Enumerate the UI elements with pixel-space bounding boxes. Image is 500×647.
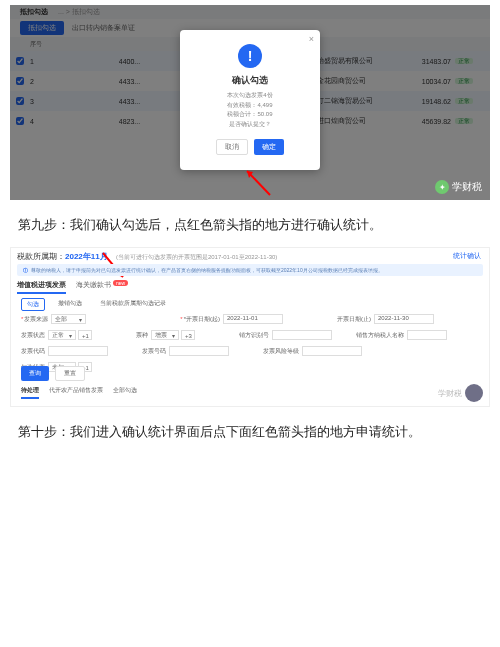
info-alert: ⓘ 尊敬的纳税人，请于申报前先对已勾选发票进行统计确认，在产品首页右侧的纳税服务… xyxy=(17,264,483,276)
caption-step10: 第十步：我们进入确认统计界面后点下面红色箭头指的地方申请统计。 xyxy=(18,422,482,442)
invoice-no-input[interactable] xyxy=(169,346,229,356)
reset-button[interactable]: 重置 xyxy=(55,366,85,381)
tax-period: 税款所属期：2022年11月 (当前可进行勾选发票的开票范围是2017-01-0… xyxy=(17,251,277,262)
tab-pending[interactable]: 待处理 xyxy=(21,386,39,399)
dialog-title: 确认勾选 xyxy=(180,74,320,87)
watermark: ✦ 学财税 xyxy=(435,180,482,194)
main-tabs: 增值税进项发票 海关缴款书new xyxy=(17,280,128,294)
invoice-source-select[interactable]: 全部▾ xyxy=(51,314,86,324)
filter-form: *发票来源全部▾ **开票日期(起)2022-11-01 开票日期(止)2022… xyxy=(21,314,479,378)
invoice-status-select[interactable]: 正常▾ xyxy=(48,330,76,340)
wechat-icon: ✦ xyxy=(435,180,449,194)
caption-step9: 第九步：我们确认勾选后，点红色箭头指的地方进行确认统计。 xyxy=(18,215,482,235)
stat-confirm-link[interactable]: 统计确认 xyxy=(453,251,481,261)
risk-level-input[interactable] xyxy=(302,346,362,356)
dialog-body: 本次勾选发票4份 有效税额：4,499 税额合计：50.09 是否确认提交？ xyxy=(180,91,320,129)
form-actions: 查询 重置 xyxy=(21,366,85,381)
avatar-icon xyxy=(465,384,483,402)
subtab-unselect[interactable]: 撤销勾选 xyxy=(53,298,87,311)
tab-all[interactable]: 全部勾选 xyxy=(113,386,137,399)
ok-button[interactable]: 确定 xyxy=(254,139,284,155)
confirm-dialog: × ! 确认勾选 本次勾选发票4份 有效税额：4,499 税额合计：50.09 … xyxy=(180,30,320,170)
ticket-type-select[interactable]: 增票▾ xyxy=(151,330,179,340)
subtab-records[interactable]: 当前税款所属期勾选记录 xyxy=(95,298,171,311)
date-from-input[interactable]: 2022-11-01 xyxy=(223,314,283,324)
close-icon[interactable]: × xyxy=(309,34,314,44)
cancel-button[interactable]: 取消 xyxy=(216,139,248,155)
invoice-code-input[interactable] xyxy=(48,346,108,356)
search-button[interactable]: 查询 xyxy=(21,366,49,381)
info-icon: ⓘ xyxy=(23,267,28,273)
dialog-actions: 取消 确定 xyxy=(180,139,320,155)
seller-id-input[interactable] xyxy=(272,330,332,340)
screenshot-step9: 抵扣勾选 ... > 抵扣勾选 抵扣勾选 出口转内销备案单证 序号 1 4400… xyxy=(10,5,490,200)
watermark: 学财税 xyxy=(438,384,483,402)
tab-agri[interactable]: 代开农产品销售发票 xyxy=(49,386,103,399)
bottom-tabs: 待处理 代开农产品销售发票 全部勾选 xyxy=(21,386,137,399)
sub-tabs: 勾选 撤销勾选 当前税款所属期勾选记录 xyxy=(21,298,171,311)
date-to-input[interactable]: 2022-11-30 xyxy=(374,314,434,324)
tab-vat-invoice[interactable]: 增值税进项发票 xyxy=(17,280,66,294)
screenshot-step10: 税款所属期：2022年11月 (当前可进行勾选发票的开票范围是2017-01-0… xyxy=(10,247,490,407)
subtab-select[interactable]: 勾选 xyxy=(21,298,45,311)
tab-customs[interactable]: 海关缴款书new xyxy=(76,280,128,294)
info-icon: ! xyxy=(238,44,262,68)
seller-name-input[interactable] xyxy=(407,330,447,340)
